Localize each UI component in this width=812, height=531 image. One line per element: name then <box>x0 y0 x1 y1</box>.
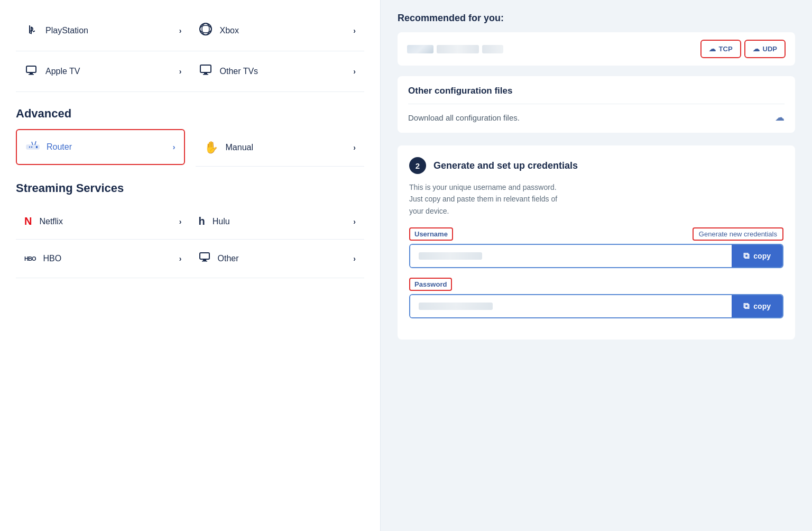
step-circle: 2 <box>409 157 426 174</box>
router-icon <box>25 140 40 154</box>
username-input-row: ⧉ copy <box>409 244 783 268</box>
copy-icon-2: ⧉ <box>743 301 749 311</box>
download-buttons: ☁ TCP ☁ UDP <box>700 40 786 58</box>
hulu-item[interactable]: h Hulu › <box>190 204 365 240</box>
svg-point-11 <box>29 147 30 148</box>
username-copy-button[interactable]: ⧉ copy <box>732 245 782 267</box>
download-all-row: Download all configuration files. ☁ <box>408 104 785 123</box>
download-all-icon[interactable]: ☁ <box>775 112 785 123</box>
other-icon <box>199 251 210 266</box>
other-config-section: Other configuration files Download all c… <box>398 76 795 133</box>
password-input-row: ⧉ copy <box>409 294 783 318</box>
apple-tv-label: Apple TV <box>45 67 80 76</box>
device-grid-top: PlayStation › Xbox › <box>16 11 364 92</box>
svg-rect-17 <box>203 260 206 261</box>
playstation-label: PlayStation <box>45 26 88 35</box>
netflix-chevron: › <box>179 217 182 226</box>
udp-cloud-icon: ☁ <box>753 45 760 53</box>
xbox-icon <box>199 22 213 39</box>
step-title: Generate and set up credentials <box>433 160 578 171</box>
xbox-chevron: › <box>353 26 356 35</box>
credentials-section: 2 Generate and set up credentials This i… <box>398 145 795 340</box>
svg-line-14 <box>35 141 36 145</box>
blur-1 <box>407 45 433 53</box>
password-copy-label: copy <box>753 302 771 310</box>
router-label: Router <box>47 142 72 152</box>
hulu-chevron: › <box>353 217 356 226</box>
recommended-row: ☁ TCP ☁ UDP <box>398 32 795 66</box>
tcp-cloud-icon: ☁ <box>709 45 716 53</box>
username-label-row: Username Generate new credentials <box>409 227 783 241</box>
hbo-icon: HBO <box>24 255 35 262</box>
svg-rect-3 <box>26 66 36 72</box>
netflix-item[interactable]: N Netflix › <box>16 204 190 240</box>
svg-rect-16 <box>200 253 209 259</box>
tcp-label: TCP <box>719 45 733 53</box>
apple-tv-icon <box>24 63 38 80</box>
xbox-item[interactable]: Xbox › <box>190 11 365 51</box>
streaming-grid: N Netflix › h Hulu › HBO HBO › <box>16 204 364 278</box>
password-copy-button[interactable]: ⧉ copy <box>732 295 782 317</box>
password-label-row: Password <box>409 278 783 291</box>
svg-point-12 <box>31 147 32 148</box>
recommended-blurred <box>407 45 503 53</box>
other-chevron: › <box>353 254 356 263</box>
apple-tv-item[interactable]: Apple TV › <box>16 51 190 92</box>
svg-rect-18 <box>202 261 207 262</box>
hulu-label: Hulu <box>213 217 230 226</box>
password-label: Password <box>409 278 452 291</box>
netflix-label: Netflix <box>39 217 62 226</box>
other-tvs-chevron: › <box>353 67 356 76</box>
tcp-button[interactable]: ☁ TCP <box>700 40 741 58</box>
username-copy-label: copy <box>753 252 771 260</box>
svg-line-13 <box>32 142 33 145</box>
streaming-title: Streaming Services <box>16 181 364 195</box>
hbo-label: HBO <box>43 254 61 263</box>
other-item[interactable]: Other › <box>190 240 365 278</box>
hbo-chevron: › <box>179 254 182 263</box>
blur-2 <box>437 45 479 53</box>
hulu-icon: h <box>199 215 205 227</box>
svg-rect-8 <box>203 74 208 75</box>
hbo-item[interactable]: HBO HBO › <box>16 240 190 278</box>
netflix-icon: N <box>24 215 32 227</box>
udp-button[interactable]: ☁ UDP <box>744 40 786 58</box>
left-panel: PlayStation › Xbox › <box>0 0 381 531</box>
step-description: This is your unique username and passwor… <box>409 181 783 217</box>
playstation-chevron: › <box>179 26 182 35</box>
step-header: 2 Generate and set up credentials <box>409 157 783 174</box>
apple-tv-chevron: › <box>179 67 182 76</box>
svg-rect-4 <box>30 73 33 74</box>
playstation-item[interactable]: PlayStation › <box>16 11 190 51</box>
playstation-icon <box>24 22 38 39</box>
manual-label: Manual <box>226 143 253 152</box>
manual-item[interactable]: ✋ Manual › <box>196 129 365 167</box>
xbox-label: Xbox <box>220 26 239 35</box>
udp-label: UDP <box>763 45 777 53</box>
manual-chevron: › <box>353 143 356 152</box>
username-value <box>410 245 732 267</box>
username-label: Username <box>409 227 453 241</box>
other-label: Other <box>218 254 239 263</box>
download-all-label: Download all configuration files. <box>408 113 520 122</box>
other-config-title: Other configuration files <box>408 86 785 96</box>
advanced-title: Advanced <box>16 107 364 121</box>
svg-rect-15 <box>36 146 38 148</box>
other-tvs-item[interactable]: Other TVs › <box>190 51 365 92</box>
other-tvs-icon <box>199 63 213 80</box>
manual-icon: ✋ <box>204 141 218 154</box>
router-chevron: › <box>173 143 176 151</box>
blur-3 <box>482 45 503 53</box>
copy-icon-1: ⧉ <box>743 251 749 261</box>
password-value <box>410 295 732 317</box>
router-item[interactable]: Router › <box>16 129 185 165</box>
generate-credentials-button[interactable]: Generate new credentials <box>693 227 783 241</box>
svg-rect-6 <box>200 65 211 72</box>
right-panel: Recommended for you: ☁ TCP ☁ UDP Other c… <box>381 0 812 531</box>
svg-rect-5 <box>29 74 34 75</box>
svg-rect-7 <box>204 73 207 74</box>
other-tvs-label: Other TVs <box>220 67 259 76</box>
recommended-title: Recommended for you: <box>398 13 795 24</box>
advanced-grid: Router › ✋ Manual › <box>16 129 364 167</box>
